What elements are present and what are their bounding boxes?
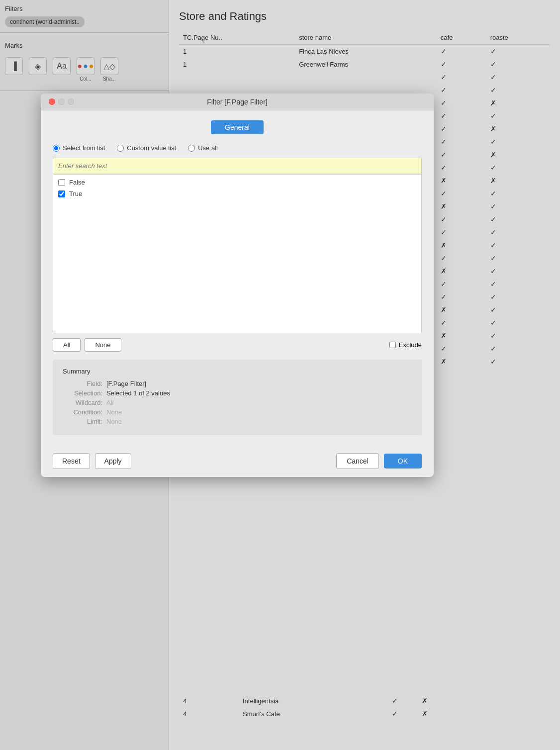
radio-select-label: Select from list xyxy=(63,144,105,152)
summary-selection-label: Selection: xyxy=(63,389,102,397)
dialog-title: Filter [F.Page Filter] xyxy=(207,98,267,106)
filter-dialog: Filter [F.Page Filter] General Select fr… xyxy=(41,94,434,477)
dialog-footer: Reset Apply Cancel OK xyxy=(41,445,434,477)
exclude-label: Exclude xyxy=(399,341,422,349)
radio-use-all[interactable]: Use all xyxy=(188,144,218,152)
search-input[interactable] xyxy=(53,158,422,174)
reset-button[interactable]: Reset xyxy=(53,453,90,469)
exclude-checkbox[interactable] xyxy=(389,342,396,348)
radio-select-input[interactable] xyxy=(53,145,60,152)
summary-condition-value: None xyxy=(106,408,122,416)
summary-wildcard-label: Wildcard: xyxy=(63,399,102,406)
apply-button[interactable]: Apply xyxy=(95,453,131,469)
list-item-false-label: False xyxy=(69,179,85,186)
radio-select-from-list[interactable]: Select from list xyxy=(53,144,105,152)
summary-limit-value: None xyxy=(106,418,122,425)
summary-panel: Summary Field: [F.Page Filter] Selection… xyxy=(53,360,422,435)
list-item-true-label: True xyxy=(69,190,82,197)
summary-row-condition: Condition: None xyxy=(63,408,412,416)
summary-field-value: [F.Page Filter] xyxy=(106,380,146,387)
list-area: False True xyxy=(53,174,422,333)
summary-row-limit: Limit: None xyxy=(63,418,412,425)
radio-all-input[interactable] xyxy=(188,145,195,152)
radio-group: Select from list Custom value list Use a… xyxy=(53,144,422,152)
close-button[interactable] xyxy=(49,98,55,105)
none-button[interactable]: None xyxy=(85,338,121,352)
radio-custom-label: Custom value list xyxy=(127,144,176,152)
list-item-false: False xyxy=(53,177,421,188)
dialog-body: General Select from list Custom value li… xyxy=(41,110,434,445)
radio-all-label: Use all xyxy=(198,144,218,152)
summary-row-wildcard: Wildcard: All xyxy=(63,399,412,406)
window-buttons xyxy=(49,98,74,105)
exclude-group: Exclude xyxy=(389,341,422,349)
dialog-titlebar: Filter [F.Page Filter] xyxy=(41,94,434,110)
summary-selection-value: Selected 1 of 2 values xyxy=(106,389,170,397)
radio-custom-value[interactable]: Custom value list xyxy=(117,144,176,152)
tab-bar: General xyxy=(53,120,422,134)
tab-general[interactable]: General xyxy=(211,120,264,134)
summary-row-selection: Selection: Selected 1 of 2 values xyxy=(63,389,412,397)
summary-title: Summary xyxy=(63,368,412,375)
summary-row-field: Field: [F.Page Filter] xyxy=(63,380,412,387)
summary-wildcard-value: All xyxy=(106,399,113,406)
radio-custom-input[interactable] xyxy=(117,145,124,152)
summary-field-label: Field: xyxy=(63,380,102,387)
checkbox-false[interactable] xyxy=(58,179,65,186)
summary-limit-label: Limit: xyxy=(63,418,102,425)
list-actions: All None Exclude xyxy=(53,338,422,352)
maximize-button[interactable] xyxy=(68,98,74,105)
minimize-button[interactable] xyxy=(58,98,65,105)
list-item-true: True xyxy=(53,188,421,199)
checkbox-true[interactable] xyxy=(58,190,65,197)
ok-button[interactable]: OK xyxy=(384,454,422,469)
cancel-button[interactable]: Cancel xyxy=(336,453,379,469)
summary-condition-label: Condition: xyxy=(63,408,102,416)
all-button[interactable]: All xyxy=(53,338,81,352)
